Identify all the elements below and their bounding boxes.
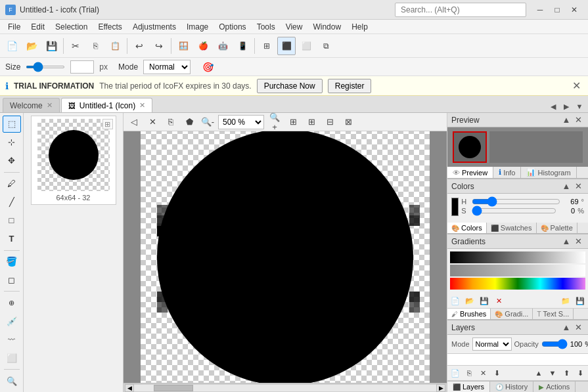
platform-ios[interactable]: 📱: [233, 37, 252, 55]
layer-top-btn[interactable]: ⬆: [560, 367, 573, 379]
grid-button[interactable]: ⊞: [258, 37, 276, 55]
paste-button[interactable]: 📋: [106, 37, 124, 55]
menu-help[interactable]: Help: [346, 21, 373, 33]
tab-untitled-close[interactable]: ✕: [139, 101, 145, 110]
gradients-tab-gradi[interactable]: 🎨Gradi...: [491, 309, 533, 319]
purchase-button[interactable]: Purchase Now: [257, 79, 323, 93]
grad-new-btn[interactable]: 📄: [449, 295, 462, 307]
tab-untitled[interactable]: 🖼 Untitled-1 (Icon) ✕: [61, 98, 152, 112]
canvas-container[interactable]: [124, 131, 447, 383]
layer-del-btn[interactable]: ✕: [476, 367, 489, 379]
size-slider[interactable]: [26, 66, 65, 68]
layer-up-btn[interactable]: ▲: [532, 367, 545, 379]
layers-tab-actions[interactable]: ▶ Actions: [533, 381, 576, 392]
menu-view[interactable]: View: [281, 21, 308, 33]
layers-close-btn[interactable]: ✕: [572, 322, 584, 334]
layers-collapse-btn[interactable]: ▲: [560, 322, 572, 334]
selection-tool[interactable]: ⬚: [3, 116, 21, 133]
preview-tab-preview[interactable]: 👁Preview: [447, 167, 493, 178]
redo-button[interactable]: ↪: [150, 37, 168, 55]
size-input[interactable]: 50: [70, 60, 94, 74]
layers-opacity-slider[interactable]: [541, 339, 568, 349]
clone-tool[interactable]: ⊕: [3, 294, 21, 311]
save-button[interactable]: 💾: [42, 37, 60, 55]
layer-new-btn[interactable]: 📄: [449, 367, 462, 379]
tab-welcome[interactable]: Welcome ✕: [3, 98, 60, 112]
register-button[interactable]: Register: [328, 79, 372, 93]
zoom-out-btn[interactable]: 🔍-: [200, 115, 215, 129]
transparency-button[interactable]: ⬛: [277, 37, 296, 55]
stamp-tool[interactable]: ⬜: [3, 349, 21, 366]
layer-copy-btn[interactable]: ⎘: [463, 367, 476, 379]
trial-close-btn[interactable]: ✕: [570, 79, 583, 93]
zoom-tool[interactable]: 🔍: [3, 372, 21, 389]
smudge-tool[interactable]: 〰: [3, 331, 21, 348]
paint-tool[interactable]: 🖊: [3, 175, 21, 192]
undo-button[interactable]: ↩: [130, 37, 148, 55]
h-slider[interactable]: [472, 198, 560, 206]
cut-button[interactable]: ✂: [66, 37, 85, 55]
menu-edit[interactable]: Edit: [26, 21, 50, 33]
tab-next-btn[interactable]: ▶: [560, 100, 572, 112]
canvas-drawing[interactable]: [141, 131, 430, 383]
layer-bottom-btn[interactable]: ⬇: [574, 367, 587, 379]
ruler-btn[interactable]: ⊟: [322, 115, 338, 129]
colors-tab-colors[interactable]: 🎨Colors: [447, 223, 487, 233]
tab-welcome-close[interactable]: ✕: [47, 101, 53, 110]
canvas-tb-copy[interactable]: ⎘: [163, 115, 179, 129]
hscroll-track[interactable]: [134, 385, 436, 391]
tab-menu-btn[interactable]: ▼: [574, 100, 585, 112]
grad-open-btn[interactable]: 📂: [463, 295, 476, 307]
grad-save-btn[interactable]: 💾: [478, 295, 491, 307]
mode-select[interactable]: Normal Multiply Screen Overlay: [143, 60, 191, 74]
layers-mode-select[interactable]: Normal Multiply Screen: [472, 338, 512, 351]
menu-selection[interactable]: Selection: [50, 21, 93, 33]
eyedropper-tool[interactable]: 💉: [3, 313, 21, 330]
full-screen-btn[interactable]: ⊠: [340, 115, 356, 129]
layer-merge-btn[interactable]: ⬇: [490, 367, 503, 379]
zoom-fit-btn[interactable]: ⊞: [285, 115, 301, 129]
gradients-tab-brushes[interactable]: 🖌Brushes: [447, 309, 491, 319]
menu-effects[interactable]: Effects: [93, 21, 127, 33]
text-tool[interactable]: T: [3, 230, 21, 248]
fill-tool[interactable]: 🪣: [3, 253, 21, 271]
platform-win[interactable]: 🪟: [174, 37, 192, 55]
menu-window[interactable]: Window: [307, 21, 346, 33]
icon-thumb[interactable]: ⊞ 64x64 - 32: [31, 116, 116, 205]
layers-tab-layers[interactable]: ⬛ Layers: [447, 381, 490, 392]
grad-save2-btn[interactable]: 💾: [574, 295, 587, 307]
stretch-button[interactable]: ⬜: [297, 37, 315, 55]
zoom-select[interactable]: 500 % 100 % 200 % 1000 %: [218, 115, 264, 129]
move-tool[interactable]: ✥: [3, 152, 21, 169]
shape-tool[interactable]: □: [3, 212, 21, 229]
grid-toggle-btn[interactable]: ⊞: [304, 115, 319, 129]
canvas-tb-move[interactable]: ◁: [126, 115, 142, 129]
close-button[interactable]: ✕: [566, 3, 583, 16]
colors-collapse-btn[interactable]: ▲: [560, 181, 572, 192]
layers-tab-history[interactable]: 🕐 History: [490, 381, 533, 392]
layer-down-btn[interactable]: ▼: [546, 367, 559, 379]
fg-color-swatch[interactable]: [451, 198, 459, 216]
preview-tab-info[interactable]: ℹInfo: [493, 167, 521, 178]
gradients-collapse-btn[interactable]: ▲: [560, 236, 572, 248]
platform-android[interactable]: 🤖: [214, 37, 232, 55]
menu-file[interactable]: File: [3, 21, 26, 33]
canvas-tb-paste[interactable]: ⬟: [181, 115, 197, 129]
menu-adjustments[interactable]: Adjustments: [127, 21, 181, 33]
minimize-button[interactable]: ─: [531, 3, 549, 16]
hscroll-right[interactable]: ▶: [436, 384, 445, 392]
hscroll-thumb[interactable]: [154, 385, 193, 391]
combine-button[interactable]: ⧉: [317, 37, 335, 55]
platform-mac[interactable]: 🍎: [194, 37, 212, 55]
grad-folder-btn[interactable]: 📁: [559, 295, 572, 307]
menu-tools[interactable]: Tools: [252, 21, 281, 33]
h-scrollbar[interactable]: ◀ ▶: [124, 383, 447, 392]
colors-close-btn[interactable]: ✕: [572, 181, 584, 192]
grad-delete-btn[interactable]: ✕: [492, 295, 505, 307]
tab-prev-btn[interactable]: ◀: [547, 100, 559, 112]
canvas-tb-delete[interactable]: ✕: [145, 115, 160, 129]
s-slider[interactable]: [472, 207, 556, 215]
preview-close-btn[interactable]: ✕: [572, 114, 584, 126]
eraser-tool[interactable]: ◻: [3, 271, 21, 288]
colors-tab-palette[interactable]: 🎨Palette: [537, 223, 577, 233]
